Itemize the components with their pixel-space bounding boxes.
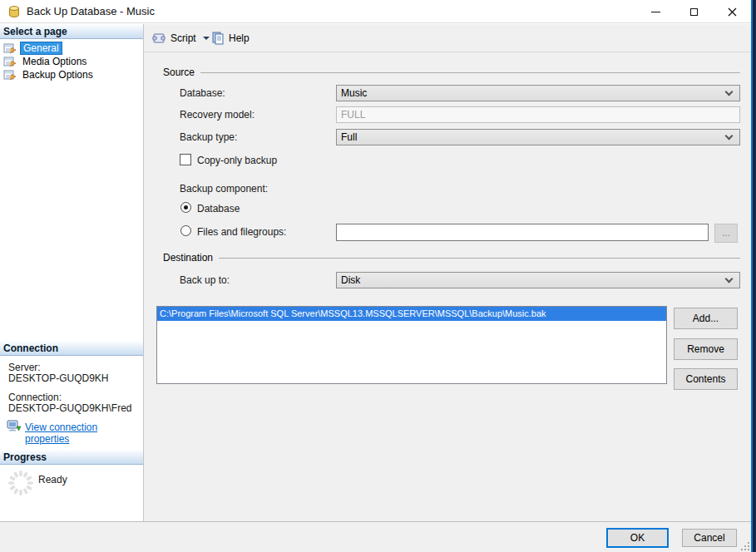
backup-type-select[interactable]: Full xyxy=(336,129,740,145)
cancel-button[interactable]: Cancel xyxy=(682,529,737,547)
copy-only-checkbox[interactable] xyxy=(180,154,191,165)
add-button[interactable]: Add... xyxy=(674,308,738,329)
sidebar: Select a page General Media Options xyxy=(0,24,144,521)
ok-button[interactable]: OK xyxy=(606,528,669,548)
page-icon xyxy=(3,42,17,54)
group-line xyxy=(219,258,740,259)
minimize-icon xyxy=(651,12,660,12)
database-select-value: Music xyxy=(337,87,726,99)
chevron-down-icon xyxy=(725,88,734,96)
close-button[interactable] xyxy=(713,0,751,23)
database-radio-label: Database xyxy=(197,203,240,214)
files-filegroups-label: Files and filegroups: xyxy=(197,226,286,238)
group-line xyxy=(200,72,740,73)
help-button[interactable]: Help xyxy=(207,28,254,48)
back-up-to-select[interactable]: Disk xyxy=(336,272,740,288)
script-icon xyxy=(151,32,166,44)
destination-group: Destination xyxy=(163,252,740,264)
copy-only-label: Copy-only backup xyxy=(197,155,277,166)
connection-properties-icon xyxy=(7,420,22,433)
sidebar-item-label: Backup Options xyxy=(20,69,96,81)
source-group: Source xyxy=(163,67,740,78)
maximize-button[interactable] xyxy=(674,0,713,23)
page-icon xyxy=(3,69,17,81)
view-connection-properties-link[interactable]: View connection properties xyxy=(25,421,143,445)
script-label: Script xyxy=(170,32,196,44)
progress-status: Ready xyxy=(38,474,67,485)
recovery-model-field: FULL xyxy=(336,106,740,123)
contents-button[interactable]: Contents xyxy=(674,368,738,390)
maximize-icon xyxy=(690,8,698,16)
backup-file-item[interactable]: C:\Program Files\Microsoft SQL Server\MS… xyxy=(157,307,666,321)
sidebar-item-backup-options[interactable]: Backup Options xyxy=(3,68,96,81)
back-up-to-label: Back up to: xyxy=(180,274,230,286)
sidebar-item-general[interactable]: General xyxy=(3,42,62,55)
browse-button: ... xyxy=(714,224,738,243)
connection-label: Connection: xyxy=(8,392,62,403)
sidebar-item-label: Media Options xyxy=(20,56,89,67)
footer: OK Cancel xyxy=(0,521,751,552)
connection-header: Connection xyxy=(0,341,143,356)
sidebar-item-media-options[interactable]: Media Options xyxy=(3,55,89,68)
database-label: Database: xyxy=(180,87,225,99)
window-title: Back Up Database - Music xyxy=(27,0,155,23)
script-button[interactable]: Script xyxy=(147,28,214,48)
screen: Back Up Database - Music Select a page G… xyxy=(0,0,756,552)
minimize-button[interactable] xyxy=(636,0,674,23)
chevron-down-icon xyxy=(725,132,734,140)
server-value: DESKTOP-GUQD9KH xyxy=(8,372,108,384)
remove-button[interactable]: Remove xyxy=(674,338,738,360)
source-legend: Source xyxy=(163,67,195,78)
main-panel: Source Database: Music Recovery model: F… xyxy=(144,52,751,521)
database-radio[interactable] xyxy=(180,202,191,213)
database-icon xyxy=(7,5,21,18)
recovery-model-label: Recovery model: xyxy=(180,109,254,121)
progress-spinner-icon xyxy=(7,469,35,497)
backup-type-select-value: Full xyxy=(337,131,726,143)
back-up-to-select-value: Disk xyxy=(337,274,726,286)
help-icon xyxy=(211,32,225,45)
progress-header: Progress xyxy=(0,450,143,465)
select-a-page-header: Select a page xyxy=(0,24,143,39)
backup-component-label: Backup component: xyxy=(180,183,268,195)
page-icon xyxy=(3,56,17,67)
destination-legend: Destination xyxy=(163,252,213,264)
database-select[interactable]: Music xyxy=(336,85,740,101)
connection-value: DESKTOP-GUQD9KH\Fred xyxy=(8,402,131,414)
close-icon xyxy=(728,7,737,17)
backup-file-list[interactable]: C:\Program Files\Microsoft SQL Server\MS… xyxy=(156,306,667,384)
server-label: Server: xyxy=(8,362,41,373)
chevron-down-icon xyxy=(725,275,734,283)
backup-type-label: Backup type: xyxy=(180,131,237,143)
files-filegroups-radio[interactable] xyxy=(180,225,191,236)
toolbar: Script Help xyxy=(144,24,751,52)
resize-grip[interactable] xyxy=(739,540,749,550)
backup-database-dialog: Back Up Database - Music Select a page G… xyxy=(0,0,753,552)
titlebar: Back Up Database - Music xyxy=(0,0,751,23)
sidebar-item-label: General xyxy=(20,42,62,55)
help-label: Help xyxy=(229,32,250,44)
files-filegroups-input[interactable] xyxy=(336,224,709,241)
